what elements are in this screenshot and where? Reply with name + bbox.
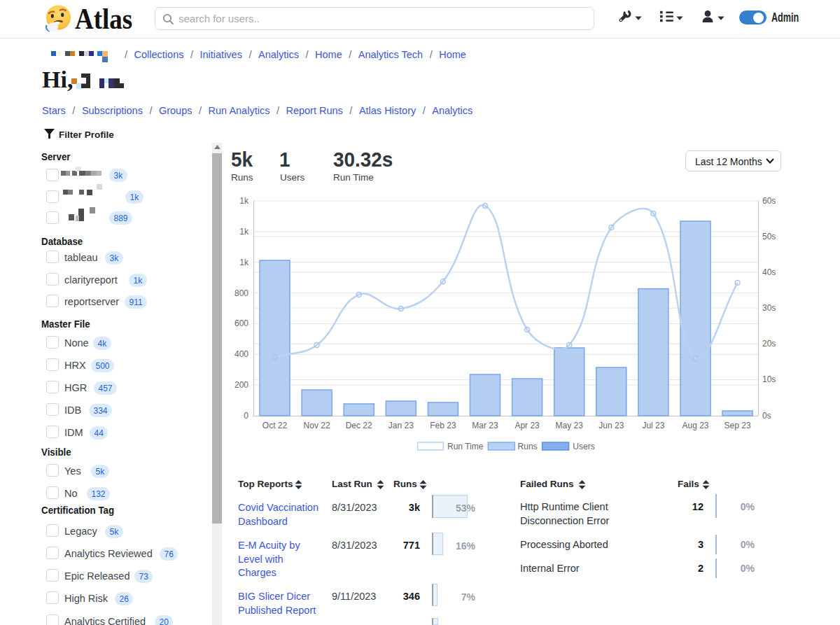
svg-text:1k: 1k [239,196,249,206]
svg-text:Nov 22: Nov 22 [304,421,330,430]
svg-text:0s: 0s [762,411,771,421]
svg-text:400: 400 [234,349,248,359]
svg-text:800: 800 [234,288,248,298]
svg-text:20s: 20s [762,339,776,349]
svg-text:1k: 1k [239,258,249,267]
svg-text:10s: 10s [762,374,776,384]
svg-text:Jul 23: Jul 23 [642,421,664,430]
svg-text:Aug 23: Aug 23 [682,421,708,430]
svg-text:Users: Users [573,442,594,451]
svg-text:1k: 1k [239,227,249,237]
svg-text:600: 600 [234,318,248,328]
svg-text:Feb 23: Feb 23 [430,421,456,430]
svg-text:Run Time: Run Time [447,442,484,451]
svg-text:Sep 23: Sep 23 [724,421,751,430]
svg-text:60s: 60s [762,196,776,206]
svg-text:Jan 23: Jan 23 [388,421,414,430]
svg-text:Mar 23: Mar 23 [472,421,498,430]
svg-text:Apr 23: Apr 23 [514,421,540,430]
svg-text:Jun 23: Jun 23 [598,421,624,430]
svg-text:Dec 22: Dec 22 [346,421,372,430]
svg-text:Oct 22: Oct 22 [262,421,288,430]
svg-text:May 23: May 23 [556,421,584,430]
svg-text:40s: 40s [762,267,776,277]
svg-text:50s: 50s [762,232,776,241]
svg-text:200: 200 [234,380,248,390]
svg-text:0: 0 [244,411,248,421]
svg-text:Runs: Runs [518,442,538,451]
svg-text:30s: 30s [762,303,776,313]
